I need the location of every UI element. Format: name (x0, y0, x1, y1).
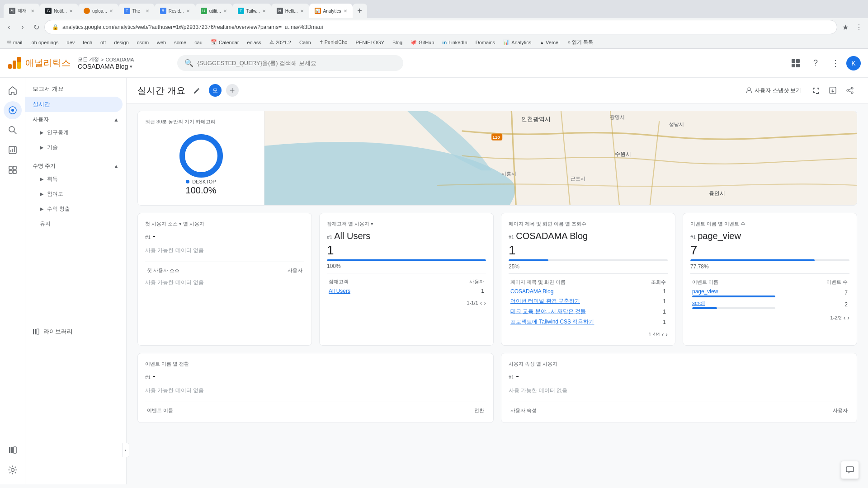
forward-button[interactable]: › (17, 22, 28, 33)
sidebar-search-button[interactable] (4, 121, 22, 139)
browser-tab-new[interactable]: + (353, 4, 367, 18)
browser-tab[interactable]: T Tailw... ✕ (232, 4, 271, 18)
events-table: 이벤트 이름 이벤트 수 page_view 7 (690, 277, 849, 310)
edit-page-button[interactable] (190, 83, 204, 98)
settings-icon (8, 465, 18, 475)
nav-realtime[interactable]: 실시간 (25, 97, 123, 112)
bookmark-some[interactable]: some (170, 39, 190, 46)
bookmark-button[interactable]: ★ (840, 22, 851, 33)
nav-report-overview-label: 보고서 개요 (33, 85, 64, 93)
bookmark-jobs[interactable]: job openings (27, 39, 62, 46)
nav-library[interactable]: 라이브러리 (25, 322, 126, 341)
account-selector[interactable]: COSADAMA Blog ▾ (78, 63, 134, 70)
nav-acquisition[interactable]: ▶ 획득 (25, 172, 123, 187)
app-logo: 애널리틱스 (7, 56, 71, 70)
next-page-button[interactable]: › (847, 314, 849, 321)
next-page-button[interactable]: › (665, 331, 668, 338)
sidebar-home-button[interactable] (4, 81, 22, 99)
prev-page-button[interactable]: ‹ (844, 314, 846, 321)
bookmark-calendar[interactable]: 📅Calendar (207, 38, 243, 46)
browser-tab-resid[interactable]: R Resid... ✕ (155, 4, 195, 18)
nav-lifecycle-section[interactable]: 수명 주기 ▲ (25, 159, 126, 172)
svg-text:수원시: 수원시 (615, 151, 631, 157)
bookmark-cau[interactable]: cau (191, 39, 206, 46)
next-page-button[interactable]: › (484, 299, 486, 306)
browser-tab[interactable]: H Helli... ✕ (271, 4, 309, 18)
bookmark-mail[interactable]: ✉mail (4, 38, 26, 46)
browser-tab[interactable]: 제 제재 ✕ (4, 4, 40, 18)
bookmark-analytics[interactable]: 📊Analytics (500, 38, 535, 46)
search-bar[interactable]: 🔍 (177, 55, 403, 71)
nav-tech[interactable]: ▶ 기술 (25, 140, 123, 155)
nav-monetization[interactable]: ▶ 수익 창출 (25, 202, 123, 216)
feedback-button[interactable] (841, 461, 859, 479)
expand-arrow: ▶ (40, 191, 43, 197)
conversions-header: 이벤트 이름 별 전환 (145, 361, 189, 367)
sidebar-realtime-button[interactable] (4, 101, 22, 119)
lifecycle-section-collapse-icon: ▲ (113, 163, 119, 169)
bookmark-eclass[interactable]: eclass (244, 39, 265, 46)
first-user-source-table: 첫 사용자 소스 사용자 (145, 266, 304, 275)
bookmark-github[interactable]: 🐙GitHub (407, 38, 438, 46)
collapse-sidebar-button[interactable]: ‹ (122, 443, 129, 457)
prev-page-button[interactable]: ‹ (662, 331, 664, 338)
browser-tab[interactable]: U utilit... ✕ (195, 4, 232, 18)
nav-realtime-label: 실시간 (33, 100, 50, 108)
svg-line-33 (849, 91, 851, 92)
nav-retention[interactable]: 유지 (25, 216, 123, 231)
add-segment-button[interactable]: + (226, 84, 239, 97)
reload-button[interactable]: ↻ (31, 22, 42, 33)
audience-table: 잠재고객 사용자 All Users 1 (327, 277, 486, 296)
help-button[interactable]: ? (807, 54, 825, 72)
browser-tab[interactable]: G Notif... ✕ (40, 4, 78, 18)
no-data-label2: 사용 가능한 데이터 없음 (145, 275, 304, 290)
svg-rect-20 (13, 170, 16, 174)
bookmark-csdm[interactable]: csdm (133, 39, 152, 46)
svg-rect-17 (9, 166, 12, 169)
nav-engagement[interactable]: ▶ 참여도 (25, 187, 123, 202)
share-button[interactable] (843, 83, 857, 98)
svg-rect-45 (846, 467, 854, 472)
more-button[interactable]: ⋮ (854, 22, 864, 33)
bookmark-tech[interactable]: tech (79, 39, 96, 46)
nav-user-section[interactable]: 사용자 ▲ (25, 112, 126, 125)
table-row: page_view 7 (690, 287, 849, 299)
bookmark-calm[interactable]: Calm (296, 39, 315, 46)
sidebar-settings-button[interactable] (4, 461, 22, 479)
bookmark-dev[interactable]: dev (63, 39, 79, 46)
bookmark-ott[interactable]: ott (97, 39, 109, 46)
browser-tab-the[interactable]: T The ✕ (118, 4, 155, 18)
bookmark-more[interactable]: » 읽기 목록 (564, 38, 597, 47)
bookmark-domains[interactable]: Domains (472, 39, 499, 46)
export-button[interactable] (826, 83, 840, 98)
home-icon (8, 85, 18, 95)
search-input[interactable] (197, 60, 396, 66)
nav-demographics[interactable]: ▶ 인구통계 (25, 125, 123, 140)
bookmark-vercel[interactable]: ▲ Vercel (536, 39, 563, 46)
bookmark-design[interactable]: design (110, 39, 132, 46)
browser-tab-analytics[interactable]: 📊 Analytics ✕ (309, 4, 353, 18)
svg-rect-4 (17, 57, 21, 62)
url-bar[interactable]: 🔒 analytics.google.com/analytics/web/?au… (44, 20, 837, 34)
bookmark-blog[interactable]: Blog (389, 39, 406, 46)
user-avatar[interactable]: K (846, 56, 861, 70)
browser-tab[interactable]: uploa... ✕ (78, 4, 118, 18)
back-button[interactable]: ‹ (4, 22, 14, 33)
prev-page-button[interactable]: ‹ (480, 299, 482, 306)
bookmark-penielcho[interactable]: ✝ PenielCho (316, 38, 351, 46)
sidebar-explore-button[interactable] (4, 161, 22, 179)
sidebar-library-button[interactable] (4, 441, 22, 459)
more-options-button[interactable]: ⋮ (826, 54, 844, 72)
bookmark-penielogy[interactable]: PENIELOGY (352, 39, 388, 46)
bookmark-linkedin[interactable]: inLinkedIn (439, 39, 471, 46)
bookmark-2021[interactable]: ⚠2021-2 (266, 38, 295, 46)
sidebar-reports-button[interactable] (4, 141, 22, 159)
svg-point-30 (847, 89, 849, 91)
grid-view-button[interactable] (787, 54, 805, 72)
bookmark-web[interactable]: web (153, 39, 170, 46)
no-data-label: 사용 가능한 데이터 없음 (145, 243, 304, 258)
segment-button[interactable]: 모 (209, 84, 222, 97)
user-snapshot-button[interactable]: 사용자 스냅샷 보기 (741, 83, 806, 98)
fullscreen-button[interactable] (808, 83, 823, 98)
nav-report-overview[interactable]: 보고서 개요 (25, 81, 123, 97)
